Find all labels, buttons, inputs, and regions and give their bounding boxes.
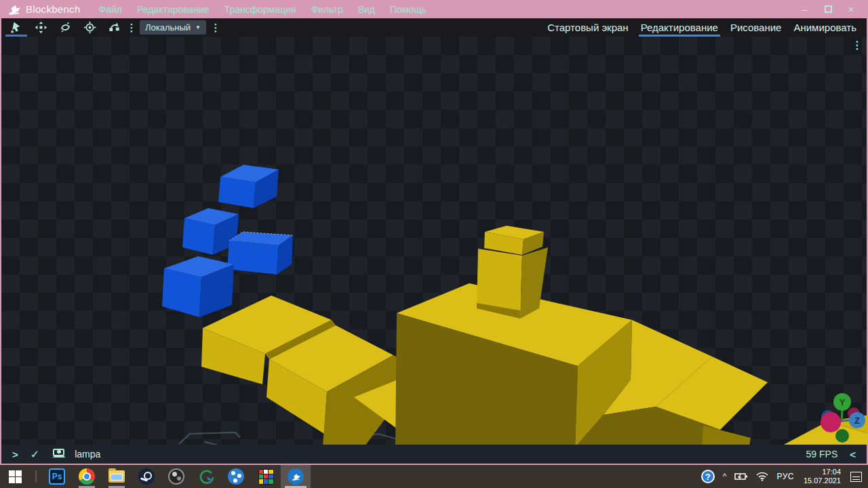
model-name: lampa (75, 449, 100, 460)
taskbar-photoshop[interactable]: Ps (42, 465, 72, 488)
taskbar-cube-app[interactable] (251, 465, 281, 488)
notification-icon (850, 472, 862, 482)
menu-transform[interactable]: Трансформация (218, 2, 302, 17)
tray-overflow-chevron[interactable]: ^ (719, 465, 730, 488)
menu-help[interactable]: Помощь (384, 2, 433, 17)
battery-icon (734, 472, 748, 481)
start-button[interactable] (0, 465, 30, 488)
taskbar-separator (35, 470, 37, 483)
photoshop-icon: Ps (49, 468, 65, 485)
move-tool-button[interactable] (28, 18, 53, 37)
tab-animate[interactable]: Анимировать (789, 20, 861, 36)
windows-taskbar: Ps ? (0, 465, 868, 488)
model-scene: Y Z (1, 37, 868, 445)
help-tray-button[interactable]: ? (698, 465, 718, 488)
action-center-button[interactable] (847, 465, 865, 488)
menu-edit[interactable]: Редактирование (131, 2, 216, 17)
statusbar: > ✓ lampa 59 FPS < (1, 445, 867, 464)
titlebar: Blockbench Файл Редактирование Трансформ… (1, 0, 867, 18)
resize-tool-button[interactable] (53, 18, 77, 37)
menu-filter[interactable]: Фильтр (305, 2, 349, 17)
main-toolbar: ⋮ Локальный ▼ ⋮ Стартовый экран Редактир… (1, 18, 867, 37)
move-tool-icon (35, 21, 47, 34)
obs-icon (168, 468, 184, 485)
language-indicator[interactable]: РУС (773, 465, 797, 488)
menu-file[interactable]: Файл (93, 2, 128, 17)
windows-logo-icon (9, 470, 22, 483)
yellow-model[interactable] (201, 226, 868, 445)
chrome-icon (79, 468, 95, 485)
transform-space-value: Локальный (145, 22, 191, 33)
blockbench-window: Blockbench Файл Редактирование Трансформ… (0, 0, 868, 465)
tab-paint[interactable]: Рисование (726, 20, 787, 36)
tab-start-screen[interactable]: Стартовый экран (542, 20, 633, 36)
taskbar-steam[interactable] (132, 465, 161, 488)
select-tool-button[interactable] (4, 18, 28, 37)
tab-edit[interactable]: Редактирование (636, 20, 723, 36)
maximize-icon (825, 5, 832, 13)
help-icon: ? (701, 470, 715, 483)
file-explorer-icon (108, 470, 125, 483)
axis-z-label: Z (854, 415, 860, 426)
axis-y-label: Y (840, 397, 846, 407)
battery-tray-button[interactable] (731, 465, 751, 488)
system-tray: ? ^ РУС 17:04 15.07.2021 (698, 465, 868, 488)
menu-view[interactable]: Вид (352, 2, 381, 17)
taskbar-blockbench[interactable] (281, 465, 311, 488)
blockbench-taskbar-icon (288, 468, 304, 485)
taskbar-dots-app[interactable] (221, 465, 251, 488)
floor-grid (179, 432, 414, 445)
select-tool-icon (10, 21, 23, 34)
wifi-tray-button[interactable] (753, 465, 772, 488)
mode-tabs: Стартовый экран Редактирование Рисование… (542, 20, 864, 36)
blue-blocks[interactable] (162, 165, 293, 317)
taskbar-capture-app[interactable] (191, 465, 221, 488)
pivot-tool-icon (83, 21, 96, 34)
viewport-kebab-icon[interactable]: ⋮ (852, 39, 863, 52)
wifi-icon (756, 472, 768, 481)
pivot-tool-button[interactable] (77, 18, 102, 37)
transform-space-dropdown[interactable]: Локальный ▼ (140, 20, 206, 35)
rotate-tool-icon (108, 21, 121, 34)
taskbar-obs[interactable] (161, 465, 191, 488)
model-format-icon[interactable] (52, 448, 66, 460)
clock-time: 17:04 (804, 468, 841, 476)
minimize-button[interactable]: – (793, 3, 816, 15)
blockbench-logo-icon (7, 3, 22, 16)
blue-dots-icon (228, 468, 244, 485)
screen-capture-icon (198, 468, 214, 485)
toolbar-kebab-icon[interactable]: ⋮ (126, 22, 137, 34)
chevron-down-icon: ▼ (195, 24, 201, 30)
taskbar-chrome[interactable] (72, 465, 102, 488)
clock[interactable]: 17:04 15.07.2021 (799, 468, 846, 485)
clock-date: 15.07.2021 (804, 476, 841, 485)
rubiks-cube-icon (258, 469, 274, 485)
toolbar-kebab2-icon[interactable]: ⋮ (210, 22, 221, 34)
outliner-expand-chevron[interactable]: > (8, 449, 22, 460)
viewport-3d[interactable]: Y Z ⋮ (1, 37, 867, 445)
axis-x-ball[interactable] (821, 412, 841, 432)
resize-tool-icon (59, 21, 72, 34)
check-icon[interactable]: ✓ (26, 448, 43, 461)
sidebar-collapse-chevron[interactable]: < (846, 449, 860, 460)
maximize-button[interactable] (816, 3, 840, 15)
axis-neg-y-ball[interactable] (835, 429, 849, 443)
fps-counter: 59 FPS (806, 449, 838, 460)
close-button[interactable]: × (840, 3, 863, 15)
steam-icon (138, 468, 155, 485)
rotate-tool-button[interactable] (102, 18, 126, 37)
taskbar-explorer[interactable] (102, 465, 132, 488)
app-title: Blockbench (26, 3, 81, 15)
